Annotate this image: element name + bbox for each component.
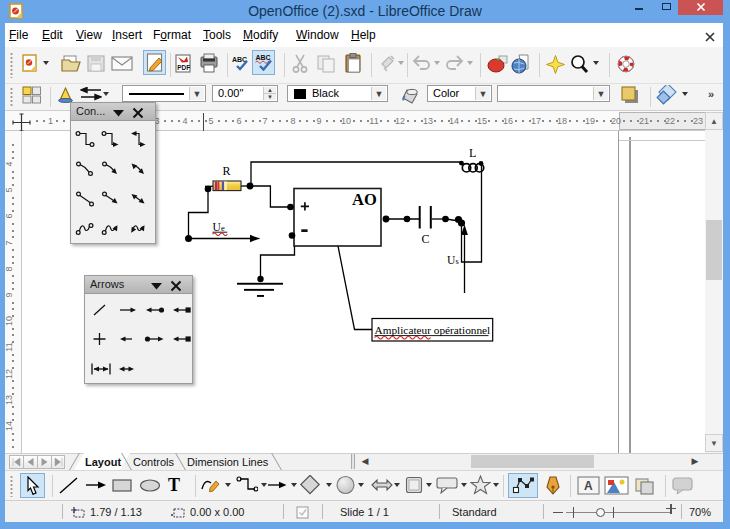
svg-text:AO: AO xyxy=(352,190,377,209)
svg-text:Amplicateur opérationnel: Amplicateur opérationnel xyxy=(375,324,491,336)
svg-text:e: e xyxy=(221,223,225,233)
svg-text:s: s xyxy=(456,256,459,266)
svg-text:R: R xyxy=(223,164,231,178)
svg-text:C: C xyxy=(422,232,430,246)
svg-text:L: L xyxy=(469,146,476,160)
